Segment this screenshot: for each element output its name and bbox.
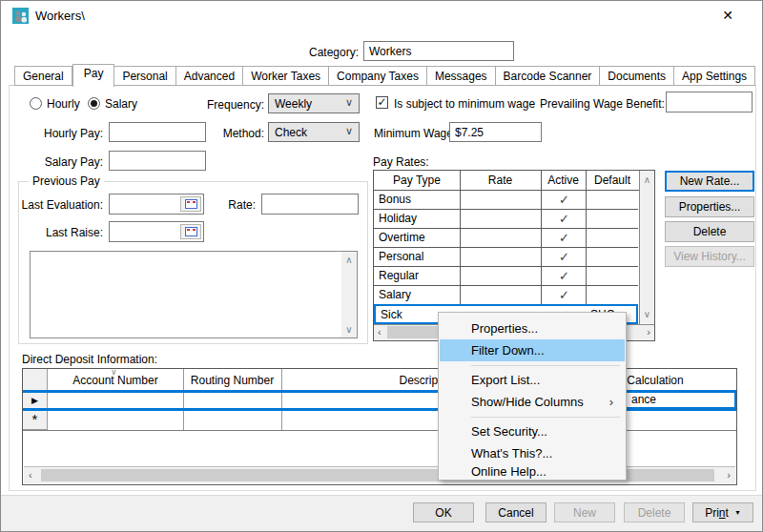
pay-rate-row[interactable]: Overtime ✓ (374, 229, 638, 248)
previous-pay-notes-textarea[interactable]: ∧ ∨ (30, 251, 358, 338)
category-input[interactable] (363, 41, 514, 61)
tab-messages[interactable]: Messages (427, 66, 496, 86)
menu-item-online-help[interactable]: Online Help... (440, 464, 625, 480)
direct-deposit-label: Direct Deposit Information: (22, 353, 157, 366)
print-dropdown-icon: ▼ (734, 509, 741, 516)
last-evaluation-label: Last Evaluation: (18, 198, 103, 212)
prevailing-wage-label: Prevailing Wage Benefit: (540, 97, 665, 111)
column-header-pay-type[interactable]: Pay Type (374, 171, 460, 190)
chevron-right-icon[interactable]: › (727, 469, 731, 481)
tab-advanced[interactable]: Advanced (176, 66, 243, 86)
pay-rates-label: Pay Rates: (373, 155, 429, 169)
minimum-wage-checkbox-label: Is subject to minimum wage (394, 97, 535, 111)
workers-dialog: Workers\ ✕ Category: General Pay Persona… (0, 0, 763, 532)
notes-scrollbar[interactable]: ∧ ∨ (341, 252, 357, 338)
menu-item-whats-this[interactable]: What's This?... (440, 442, 625, 464)
method-label: Method: (207, 127, 264, 140)
footer-bar: OK Cancel New Delete Print ▼ (1, 495, 763, 532)
tab-general[interactable]: General (14, 66, 72, 86)
pay-rate-row[interactable]: Personal ✓ (374, 248, 638, 267)
chevron-up-icon[interactable]: ∧ (341, 255, 357, 265)
ok-button[interactable]: OK (413, 502, 474, 522)
check-icon: ✓ (543, 191, 586, 209)
pay-rates-vscrollbar[interactable]: ∧ ∨ (640, 171, 654, 323)
chevron-up-icon[interactable]: ∧ (640, 174, 654, 185)
chevron-left-icon[interactable]: ‹ (378, 326, 382, 338)
chevron-down-icon: ∨ (345, 125, 353, 137)
delete-button[interactable]: Delete (624, 502, 685, 522)
context-menu: Properties... Filter Down... Export List… (438, 312, 627, 481)
rate-label: Rate: (217, 198, 256, 212)
tab-app-settings[interactable]: App Settings (674, 66, 755, 86)
tab-barcode-scanner[interactable]: Barcode Scanner (496, 66, 601, 86)
menu-item-properties[interactable]: Properties... (440, 317, 625, 339)
app-icon (12, 8, 29, 24)
print-button[interactable]: Print ▼ (692, 502, 753, 522)
chevron-left-icon[interactable]: ‹ (29, 469, 32, 481)
menu-separator (471, 365, 620, 366)
tab-personal[interactable]: Personal (114, 66, 175, 86)
menu-item-filter-down[interactable]: Filter Down... (440, 339, 625, 361)
hourly-radio[interactable] (30, 97, 42, 110)
pay-rate-row[interactable]: Salary ✓ (374, 286, 638, 305)
minimum-wage-checkbox[interactable]: ✓ (376, 96, 388, 109)
tab-pay[interactable]: Pay (72, 64, 115, 87)
hourly-radio-label: Hourly (47, 97, 80, 111)
pay-rate-row[interactable]: Holiday ✓ (374, 210, 638, 229)
tab-strip: General Pay Personal Advanced Worker Tax… (14, 63, 755, 86)
column-header-rate[interactable]: Rate (460, 171, 541, 190)
menu-item-export-list[interactable]: Export List... (440, 369, 625, 391)
delete-rate-button[interactable]: Delete (665, 221, 754, 242)
column-header-active[interactable]: Active (541, 171, 586, 190)
previous-pay-title: Previous Pay (29, 174, 104, 188)
hourly-pay-label: Hourly Pay: (30, 127, 103, 140)
frequency-value: Weekly (275, 97, 312, 111)
column-header-default[interactable]: Default (586, 171, 639, 190)
submenu-arrow-icon: › (609, 391, 613, 413)
row-divider (23, 430, 736, 431)
chevron-down-icon: ∨ (345, 96, 353, 109)
pay-rate-row[interactable]: Regular ✓ (374, 267, 638, 286)
new-rate-button[interactable]: New Rate... (665, 171, 754, 192)
salary-radio-label: Salary (105, 97, 137, 111)
new-row-marker-icon: * (23, 411, 48, 430)
calendar-icon[interactable] (180, 196, 201, 212)
direct-deposit-hscrollbar[interactable]: ‹ › (24, 466, 735, 483)
tab-documents[interactable]: Documents (600, 66, 674, 86)
salary-pay-input[interactable] (109, 151, 206, 171)
rate-input[interactable] (261, 194, 359, 215)
view-history-button[interactable]: View History... (665, 246, 754, 267)
menu-item-set-security[interactable]: Set Security... (440, 420, 625, 442)
category-label: Category: (265, 46, 359, 59)
chevron-right-icon[interactable]: › (647, 326, 650, 338)
pay-rate-row[interactable]: Bonus ✓ (374, 191, 638, 210)
new-button[interactable]: New (554, 502, 615, 522)
method-value: Check (275, 126, 307, 139)
hourly-pay-input[interactable] (109, 122, 206, 142)
menu-item-show-hide-columns[interactable]: Show/Hide Columns › (440, 391, 625, 413)
salary-pay-label: Salary Pay: (30, 155, 103, 169)
close-icon[interactable]: ✕ (714, 5, 741, 26)
frequency-select[interactable]: Weekly ∨ (268, 93, 360, 113)
menu-separator (471, 417, 620, 418)
prevailing-wage-input[interactable] (666, 92, 753, 113)
chevron-down-icon[interactable]: ∨ (640, 309, 654, 319)
cancel-button[interactable]: Cancel (485, 502, 546, 522)
check-icon: ✓ (543, 229, 586, 247)
properties-button[interactable]: Properties... (665, 196, 754, 217)
frequency-label: Frequency: (188, 98, 264, 112)
check-icon: ✓ (543, 210, 586, 228)
chevron-down-icon[interactable]: ∨ (341, 324, 357, 335)
tab-company-taxes[interactable]: Company Taxes (329, 66, 427, 86)
check-icon: ✓ (543, 248, 586, 266)
check-icon: ✓ (543, 286, 586, 304)
last-raise-label: Last Raise: (18, 226, 103, 239)
tab-worker-taxes[interactable]: Worker Taxes (243, 66, 329, 86)
sort-indicator-icon: ∨ (111, 367, 117, 377)
salary-radio[interactable] (88, 97, 100, 110)
current-row-marker-icon: ▶ (23, 393, 48, 409)
column-header-routing-number[interactable]: Routing Number (183, 372, 281, 389)
calendar-icon[interactable] (180, 224, 201, 239)
minimum-wage-input[interactable] (449, 122, 542, 142)
method-select[interactable]: Check ∨ (268, 122, 360, 142)
